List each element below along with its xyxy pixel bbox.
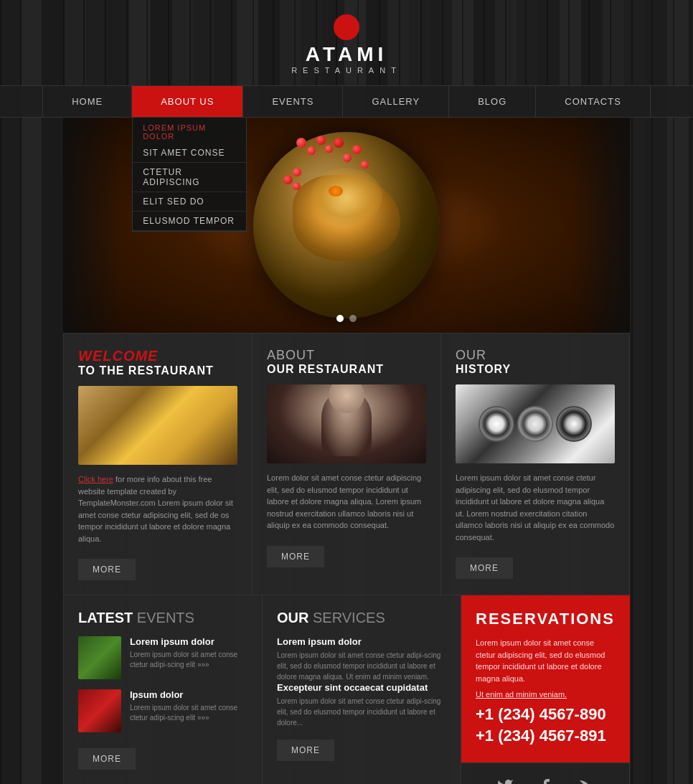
twitter-icon[interactable] — [492, 773, 518, 785]
navigation: HOME ABOUT US Lorem ipsum dolor Sit amet… — [0, 85, 693, 118]
history-card: OUR HISTORY Lorem ipsum dolor sit amet c… — [440, 333, 630, 595]
card2-text: Lorem dolor sit amet conse ctetur adipis… — [267, 472, 426, 532]
nav-contacts[interactable]: CONTACTS — [536, 86, 651, 117]
service-item-1: Lorem ipsum dolor Lorem ipsum dolor sit … — [277, 636, 446, 682]
services-card: OUR SERVICES Lorem ipsum dolor Lorem ips… — [262, 595, 461, 784]
service2-title: Excepteur sint occaecat cupidatat — [277, 682, 446, 693]
logo-circle — [334, 14, 359, 40]
card1-more-btn[interactable]: MORE — [78, 559, 136, 580]
cards-row: WELCOME TO THE RESTAURANT Click here for… — [63, 333, 630, 595]
card3-text: Lorem ipsum dolor sit amet conse ctetur … — [456, 472, 615, 543]
service-item-2: Excepteur sint occaecat cupidatat Lorem … — [277, 682, 446, 728]
dot-2[interactable] — [349, 315, 357, 322]
card3-image — [456, 384, 615, 463]
event-thumb-2 — [78, 689, 121, 732]
event2-text: Lorem ipsum dolor sit amet conse ctetur … — [130, 703, 248, 723]
rss-icon[interactable] — [572, 773, 598, 785]
nav-events[interactable]: EVENTS — [243, 86, 343, 117]
reservations-card: RESERVATIONS Lorem ipsum dolor sit amet … — [461, 595, 630, 763]
dropdown-item-2[interactable]: Ctetur adipiscing — [133, 163, 246, 192]
dropdown-item-4[interactable]: Elusmod tempor — [133, 212, 246, 231]
card2-title-white: OUR RESTAURANT — [267, 363, 426, 376]
card1-title-white: TO THE RESTAURANT — [78, 364, 237, 377]
slider-dots — [336, 315, 357, 322]
card3-title-gray: OUR — [456, 348, 615, 363]
card1-link[interactable]: Click here — [78, 475, 113, 483]
nav-blog[interactable]: BLOG — [449, 86, 536, 117]
service2-text: Lorem ipsum dolor sit amet conse ctetur … — [277, 696, 446, 728]
events-more-btn[interactable]: MORE — [78, 748, 136, 770]
about-dropdown: Lorem ipsum dolor Sit amet conse Ctetur … — [132, 117, 247, 232]
phone2: +1 (234) 4567-891 — [476, 727, 615, 745]
header: ATAMI RESTAURANT — [0, 0, 693, 85]
card2-title-gray: ABOUT — [267, 348, 426, 363]
events-title: LATEST EVENTS — [78, 610, 248, 626]
nav-about[interactable]: ABOUT US Lorem ipsum dolor Sit amet cons… — [132, 86, 243, 117]
reservations-title: RESERVATIONS — [476, 610, 615, 628]
service1-title: Lorem ipsum dolor — [277, 636, 446, 647]
event-thumb-1 — [78, 636, 121, 679]
dot-1[interactable] — [336, 315, 344, 322]
event1-title: Lorem ipsum dolor — [130, 636, 248, 647]
about-card: ABOUT OUR RESTAURANT Lorem dolor sit ame… — [252, 333, 440, 595]
dropdown-header: Lorem ipsum dolor — [133, 118, 246, 143]
reservations-text2: Ut enim ad minim veniam. — [476, 689, 615, 701]
main-content: WELCOME TO THE RESTAURANT Click here for… — [63, 333, 630, 784]
event1-text: Lorem ipsum dolor sit amet conse ctetur … — [130, 650, 248, 670]
nav-home[interactable]: HOME — [42, 86, 132, 117]
reservations-text: Lorem ipsum dolor sit amet conse ctetur … — [476, 637, 615, 684]
res-social-col: RESERVATIONS Lorem ipsum dolor sit amet … — [461, 595, 630, 784]
dropdown-item-1[interactable]: Sit amet conse — [133, 143, 246, 163]
food-plate — [253, 132, 440, 318]
card1-title-red: WELCOME — [78, 348, 237, 364]
services-more-btn[interactable]: MORE — [277, 740, 334, 761]
bottom-row: LATEST EVENTS Lorem ipsum dolor Lorem ip… — [63, 595, 630, 784]
event-item-1: Lorem ipsum dolor Lorem ipsum dolor sit … — [78, 636, 248, 679]
phone1: +1 (234) 4567-890 — [476, 705, 615, 724]
facebook-icon[interactable] — [532, 773, 558, 785]
welcome-card: WELCOME TO THE RESTAURANT Click here for… — [63, 333, 252, 595]
social-bar — [461, 763, 630, 785]
services-title: OUR SERVICES — [277, 610, 446, 626]
event-item-2: Ipsum dolor Lorem ipsum dolor sit amet c… — [78, 689, 248, 732]
card1-text: Click here for more info about this free… — [78, 473, 237, 544]
events-card: LATEST EVENTS Lorem ipsum dolor Lorem ip… — [63, 595, 262, 784]
card1-image — [78, 386, 237, 465]
card2-image — [267, 384, 426, 463]
dropdown-item-3[interactable]: Elit sed do — [133, 192, 246, 212]
event2-title: Ipsum dolor — [130, 689, 248, 700]
site-name: ATAMI — [0, 43, 693, 66]
nav-gallery[interactable]: GALLERY — [343, 86, 449, 117]
card2-more-btn[interactable]: MORE — [267, 546, 324, 567]
card3-title-white: HISTORY — [456, 363, 615, 376]
card3-more-btn[interactable]: MORE — [456, 557, 513, 579]
site-subtitle: RESTAURANT — [0, 66, 693, 75]
service1-text: Lorem ipsum dolor sit amet conse ctetur … — [277, 650, 446, 682]
